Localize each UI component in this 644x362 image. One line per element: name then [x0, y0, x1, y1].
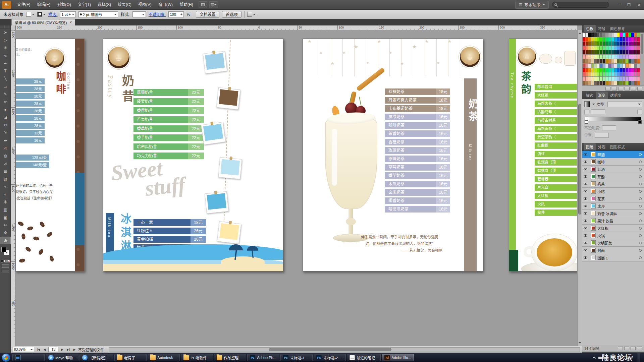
- gradient-type-select[interactable]: [607, 102, 642, 107]
- paintbrush-tool[interactable]: ✎: [0, 90, 11, 98]
- first-artboard-button[interactable]: |◀: [36, 348, 41, 351]
- coffee-pot-price-cell[interactable]: 128元/壶: [15, 155, 49, 161]
- layer-name[interactable]: 茶韵: [597, 174, 639, 179]
- swatch[interactable]: [620, 55, 623, 59]
- swatch[interactable]: [608, 37, 611, 41]
- swatch[interactable]: [614, 68, 617, 72]
- window-close-button[interactable]: ✕: [634, 1, 644, 8]
- layer-target-icon[interactable]: [639, 242, 642, 244]
- swatch[interactable]: [631, 64, 634, 68]
- swatch[interactable]: [597, 42, 600, 46]
- menu-item-row[interactable]: 大红袍: [535, 193, 577, 199]
- menu-item-row[interactable]: 铁观音（顶: [535, 159, 577, 166]
- swatch[interactable]: [597, 55, 600, 59]
- stroke-weight-field[interactable]: 1 pt: [60, 11, 75, 17]
- layer-row[interactable]: 啤酒: [582, 151, 644, 158]
- perspective-grid-tool[interactable]: ⊿: [0, 160, 11, 167]
- swatch[interactable]: [600, 42, 602, 46]
- milkshake-glass-illustration[interactable]: [314, 72, 388, 261]
- swatches-scrollbar[interactable]: [640, 33, 644, 85]
- layer-row[interactable]: 花茶: [582, 195, 644, 202]
- swatch[interactable]: [591, 77, 594, 81]
- swatch[interactable]: [603, 72, 605, 76]
- swatch[interactable]: [586, 64, 588, 68]
- swatch[interactable]: [623, 81, 626, 85]
- swatch[interactable]: [583, 37, 585, 41]
- menu-item[interactable]: 文字(T): [74, 0, 94, 10]
- opacity-field[interactable]: 100: [168, 11, 184, 17]
- taskbar-app-button[interactable]: PC端软件: [181, 354, 213, 361]
- menu-item[interactable]: 对象(O): [54, 0, 74, 10]
- swatch[interactable]: [617, 42, 620, 46]
- coffee-price-cell[interactable]: 28元: [15, 93, 45, 99]
- swatch[interactable]: [623, 59, 626, 63]
- swatch[interactable]: [594, 77, 597, 81]
- swatch[interactable]: [600, 55, 602, 59]
- stroke-color-dropdown[interactable]: [37, 12, 46, 17]
- pen-tool[interactable]: ✒: [0, 59, 11, 67]
- symbol-sprayer-tool[interactable]: ❋: [0, 198, 11, 206]
- swatch[interactable]: [608, 72, 611, 76]
- swatch[interactable]: [583, 42, 585, 46]
- width-tool[interactable]: ⇹: [0, 136, 11, 144]
- panel-tab[interactable]: 符号: [596, 25, 608, 32]
- artboard-tea[interactable]: Tea rhyme ☕ 茶韵 陈年普洱大红袍马帮古茶（古韵马帮（马帮古树茶马帮贡…: [509, 39, 577, 272]
- layer-visibility-toggle[interactable]: [582, 217, 589, 224]
- swatch[interactable]: [611, 37, 614, 41]
- swatch[interactable]: [600, 72, 602, 76]
- swatch[interactable]: [591, 50, 594, 54]
- menu-item-row[interactable]: 香芋奶茶 16元: [385, 172, 450, 179]
- gradient-thumbnail[interactable]: [584, 101, 590, 107]
- swatch[interactable]: [586, 55, 588, 59]
- swatch-kinds-icon[interactable]: [612, 87, 617, 90]
- swatch[interactable]: [617, 46, 620, 50]
- menu-item-row[interactable]: 陈年普洱: [535, 84, 577, 90]
- layer-visibility-toggle[interactable]: [582, 180, 589, 187]
- swatch[interactable]: [605, 64, 608, 68]
- swatch[interactable]: [631, 50, 634, 54]
- opacity-stepper[interactable]: [180, 12, 182, 16]
- document-tab[interactable]: 菜谱.ai @ 83.09% (CMYK/预览) ×: [11, 19, 75, 25]
- swatch[interactable]: [617, 50, 620, 54]
- bridge-icon[interactable]: [199, 1, 207, 8]
- menu-item-row[interactable]: 玄米奶茶 16元: [385, 189, 450, 196]
- artboard-coffee[interactable]: 感最初的醇香。香浓。 ☕ 咖啡 Coffee 28元28元28元28元28元28…: [15, 39, 85, 272]
- swatch[interactable]: [617, 68, 620, 72]
- last-artboard-button[interactable]: ▶|: [66, 348, 70, 351]
- swatch[interactable]: [594, 55, 597, 59]
- swatch[interactable]: [591, 46, 594, 50]
- layer-name[interactable]: 火锅配菜: [597, 240, 639, 246]
- new-layer-icon[interactable]: [631, 347, 636, 350]
- swatch[interactable]: [631, 37, 634, 41]
- taskbar-app-button[interactable]: Adobe Illu...: [382, 354, 414, 361]
- layer-name[interactable]: 大红袍: [597, 226, 639, 231]
- swatch[interactable]: [637, 50, 640, 54]
- panel-grip[interactable]: [0, 25, 10, 28]
- swatch[interactable]: [586, 81, 588, 85]
- layer-target-icon[interactable]: [639, 168, 642, 171]
- swatch[interactable]: [597, 37, 600, 41]
- coffee-title[interactable]: 咖啡: [53, 71, 67, 97]
- menu-item-row[interactable]: 咖啡奶茶 16元: [385, 122, 450, 129]
- swatch[interactable]: [629, 77, 631, 81]
- layer-name[interactable]: 花茶: [597, 196, 639, 201]
- swatch[interactable]: [583, 59, 585, 63]
- swatch[interactable]: [583, 50, 585, 54]
- swatch[interactable]: [611, 64, 614, 68]
- layer-name[interactable]: 冰沙: [597, 203, 639, 209]
- swatch[interactable]: [623, 64, 626, 68]
- swatch[interactable]: [617, 55, 620, 59]
- swatch[interactable]: [588, 59, 591, 63]
- milktea-title[interactable]: 奶茶: [465, 99, 480, 124]
- menu-item-row[interactable]: 月光白: [535, 184, 577, 191]
- layer-target-icon[interactable]: [639, 256, 642, 259]
- swatch[interactable]: [583, 77, 585, 81]
- swatch[interactable]: [614, 72, 617, 76]
- gradient-angle-field[interactable]: [591, 109, 605, 114]
- swatch[interactable]: [586, 42, 588, 46]
- swatch[interactable]: [637, 72, 640, 76]
- swatch[interactable]: [614, 77, 617, 81]
- menu-item-row[interactable]: 碧螺春: [535, 176, 577, 182]
- swatch[interactable]: [623, 42, 626, 46]
- taskbar-app-button[interactable]: 老房子: [114, 354, 147, 361]
